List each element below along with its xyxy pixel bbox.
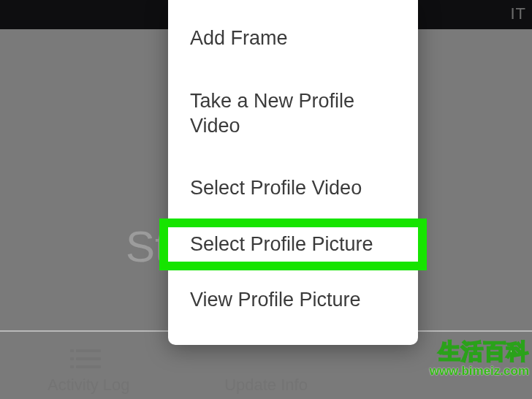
tab-label: Update Info xyxy=(224,376,308,395)
menu-item-view-profile-picture[interactable]: View Profile Picture xyxy=(168,269,418,332)
profile-picture-menu: Add Frame Take a New Profile Video Selec… xyxy=(168,0,418,345)
list-icon xyxy=(76,349,101,368)
menu-item-highlight: Select Profile Picture xyxy=(161,220,425,269)
tab-label: Activity Log xyxy=(48,376,130,395)
tab-activity-log[interactable]: Activity Log xyxy=(0,333,178,399)
screen: IT St Activity Log Update Info Add Frame… xyxy=(0,0,532,399)
menu-item-take-profile-video[interactable]: Take a New Profile Video xyxy=(168,70,418,158)
menu-item-select-profile-video[interactable]: Select Profile Video xyxy=(168,157,418,220)
menu-item-add-frame[interactable]: Add Frame xyxy=(168,7,418,70)
menu-item-select-profile-picture[interactable]: Select Profile Picture xyxy=(161,220,425,269)
